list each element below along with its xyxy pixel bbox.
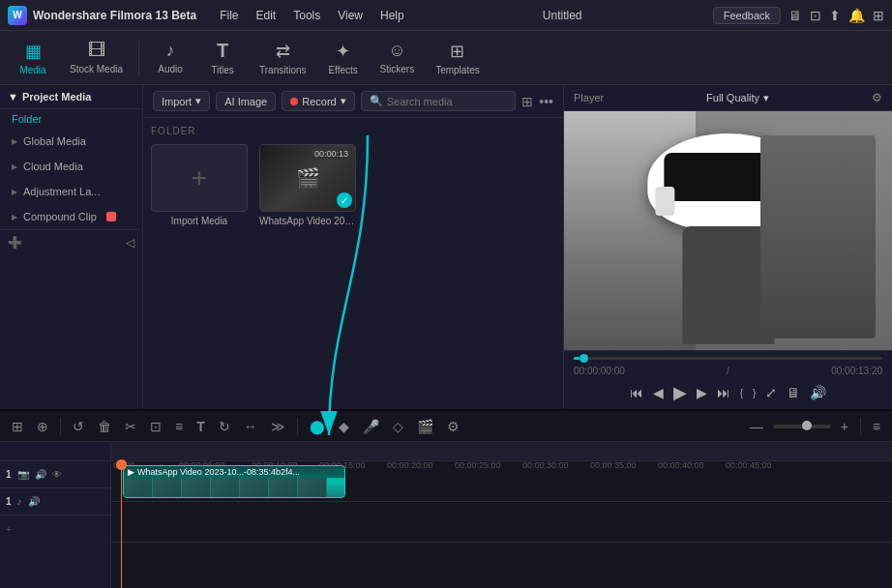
tl-settings-button[interactable]: ⚙ bbox=[443, 417, 463, 436]
zoom-slider[interactable] bbox=[773, 425, 831, 428]
toolbar-templates[interactable]: ⊞ Templates bbox=[426, 35, 490, 81]
player-screen-button[interactable]: 🖥 bbox=[787, 385, 800, 400]
add-track-icon[interactable]: + bbox=[6, 524, 12, 535]
tl-undo-button[interactable]: ↺ bbox=[69, 417, 88, 436]
audio-icon: ♪ bbox=[166, 41, 175, 61]
toolbar-effects[interactable]: ✦ Effects bbox=[318, 35, 369, 81]
tl-divider-1 bbox=[60, 418, 61, 435]
compound-clip-label: Compound Clip bbox=[23, 211, 97, 222]
toolbar-stickers[interactable]: ☺ Stickers bbox=[371, 35, 425, 81]
player-settings-icon[interactable]: ⚙ bbox=[872, 91, 882, 104]
add-folder-icon[interactable]: ➕ bbox=[8, 236, 22, 250]
media-panel: Import ▾ AI Image Record ▾ 🔍 ⊞ ••• FOLDE… bbox=[143, 85, 563, 409]
sidebar-item-adjustment[interactable]: ▶ Adjustment La... bbox=[0, 179, 142, 204]
media-toolbar: Import ▾ AI Image Record ▾ 🔍 ⊞ ••• bbox=[143, 85, 563, 118]
tl-clip-button[interactable]: 🎬 bbox=[413, 417, 437, 436]
tl-audio-button[interactable]: 🎤 bbox=[359, 417, 383, 436]
tl-crop-button[interactable]: ⊡ bbox=[146, 417, 165, 436]
record-label: Record bbox=[302, 96, 336, 107]
toolbar-titles[interactable]: T Titles bbox=[197, 35, 248, 81]
tl-cut-button[interactable]: ✂ bbox=[121, 417, 140, 436]
playhead-handle[interactable] bbox=[116, 459, 127, 470]
sidebar-item-compound-clip[interactable]: ▶ Compound Clip bbox=[0, 204, 142, 229]
transitions-label: Transitions bbox=[259, 65, 307, 75]
toolbar-audio[interactable]: ♪ Audio bbox=[145, 35, 195, 81]
folder-section-header: FOLDER bbox=[151, 126, 555, 136]
toolbar-transitions[interactable]: ⇄ Transitions bbox=[250, 35, 316, 81]
media-search-box[interactable]: 🔍 bbox=[361, 91, 517, 111]
player-mark-in-button[interactable]: { bbox=[740, 388, 743, 398]
tl-split-button[interactable]: ≡ bbox=[171, 417, 187, 436]
player-progress-bar[interactable] bbox=[574, 357, 882, 360]
player-play-button[interactable]: ▶ bbox=[673, 382, 687, 403]
tl-layout-button[interactable]: ≡ bbox=[869, 417, 884, 436]
collapse-icon[interactable]: ◁ bbox=[126, 236, 134, 250]
tl-record-button[interactable]: ⬤ bbox=[306, 417, 329, 436]
player-skip-back-button[interactable]: ⏮ bbox=[630, 385, 643, 400]
tl-color-button[interactable]: ◆ bbox=[335, 417, 353, 436]
main-toolbar: ▦ Media 🎞 Stock Media ♪ Audio T Titles ⇄… bbox=[0, 31, 892, 85]
video-speaker-icon[interactable]: 🔊 bbox=[35, 469, 46, 480]
player-volume-button[interactable]: 🔊 bbox=[810, 385, 826, 400]
video-media-item[interactable]: 🎬 00:00:13 ✓ WhatsApp Video 2023-10-05..… bbox=[259, 144, 356, 226]
sidebar-item-global-media[interactable]: ▶ Global Media bbox=[0, 129, 142, 154]
player-video bbox=[564, 111, 892, 350]
tl-text-button[interactable]: T bbox=[193, 417, 209, 436]
import-button[interactable]: Import ▾ bbox=[153, 91, 210, 111]
quality-chevron-icon: ▾ bbox=[763, 92, 769, 104]
timeline-clip[interactable]: ▶ WhatsApp Video 2023-10...-08:35:4b2f4.… bbox=[123, 465, 345, 498]
frame-4 bbox=[211, 478, 240, 498]
sidebar-header: ▼ Project Media bbox=[0, 85, 142, 109]
menu-edit[interactable]: Edit bbox=[249, 7, 284, 24]
tl-redo-button[interactable]: ↻ bbox=[215, 417, 234, 436]
record-dot-icon bbox=[290, 98, 298, 105]
play-icon: ▶ bbox=[128, 467, 134, 477]
transitions-icon: ⇄ bbox=[276, 41, 290, 62]
more-icon[interactable]: ••• bbox=[539, 94, 553, 109]
title-bar-right: Feedback 🖥 ⊡ ⬆ 🔔 ⊞ bbox=[713, 7, 884, 24]
ai-image-button[interactable]: AI Image bbox=[216, 92, 276, 111]
video-eye-icon[interactable]: 👁 bbox=[52, 469, 62, 480]
filter-icon[interactable]: ⊞ bbox=[521, 94, 533, 109]
adjustment-label: Adjustment La... bbox=[23, 186, 101, 197]
tl-snap-button[interactable]: ⊞ bbox=[8, 417, 27, 436]
player-prev-frame-button[interactable]: ◀ bbox=[653, 385, 664, 400]
quality-selector[interactable]: Full Quality ▾ bbox=[706, 92, 769, 104]
tl-plus-button[interactable]: + bbox=[837, 417, 852, 436]
tl-forward-button[interactable]: ≫ bbox=[267, 417, 289, 436]
menu-bar: File Edit Tools View Help bbox=[212, 7, 412, 24]
audio-speaker-icon[interactable]: 🔊 bbox=[28, 496, 40, 507]
frame-7 bbox=[298, 478, 327, 498]
plus-icon: + bbox=[192, 162, 207, 193]
player-fullscreen-button[interactable]: ⤢ bbox=[765, 385, 777, 400]
media-content: FOLDER + Import Media 🎬 bbox=[143, 118, 563, 409]
zoom-dot bbox=[802, 421, 812, 430]
record-button[interactable]: Record ▾ bbox=[282, 91, 354, 111]
sidebar-item-cloud-media[interactable]: ▶ Cloud Media bbox=[0, 154, 142, 179]
tl-minus-button[interactable]: — bbox=[746, 417, 767, 436]
search-input[interactable] bbox=[387, 96, 508, 107]
menu-file[interactable]: File bbox=[212, 7, 246, 24]
player-skip-forward-button[interactable]: ⏭ bbox=[717, 385, 730, 400]
clip-frames bbox=[124, 478, 344, 498]
menu-view[interactable]: View bbox=[330, 7, 371, 24]
toolbar-media[interactable]: ▦ Media bbox=[8, 35, 58, 81]
effects-label: Effects bbox=[328, 65, 357, 75]
player-next-frame-button[interactable]: ▶ bbox=[697, 385, 707, 400]
player-mark-out-button[interactable]: } bbox=[753, 388, 756, 398]
record-chevron-icon: ▾ bbox=[341, 95, 346, 107]
ruler-spacer bbox=[0, 442, 110, 461]
global-media-label: Global Media bbox=[23, 135, 86, 147]
import-media-item[interactable]: + Import Media bbox=[151, 144, 248, 226]
toolbar-stock-media[interactable]: 🎞 Stock Media bbox=[60, 35, 133, 81]
tl-magnet-button[interactable]: ⊕ bbox=[33, 417, 52, 436]
menu-tools[interactable]: Tools bbox=[285, 7, 328, 24]
video-track-label: 1 📷 🔊 👁 bbox=[0, 461, 110, 488]
feedback-button[interactable]: Feedback bbox=[713, 7, 781, 24]
audio-label: Audio bbox=[158, 64, 183, 74]
tl-stretch-button[interactable]: ↔ bbox=[240, 417, 261, 436]
tl-delete-button[interactable]: 🗑 bbox=[94, 417, 115, 436]
sidebar-collapse-icon[interactable]: ▼ bbox=[8, 91, 18, 103]
menu-help[interactable]: Help bbox=[372, 7, 412, 24]
tl-keyframe-button[interactable]: ◇ bbox=[389, 417, 407, 436]
